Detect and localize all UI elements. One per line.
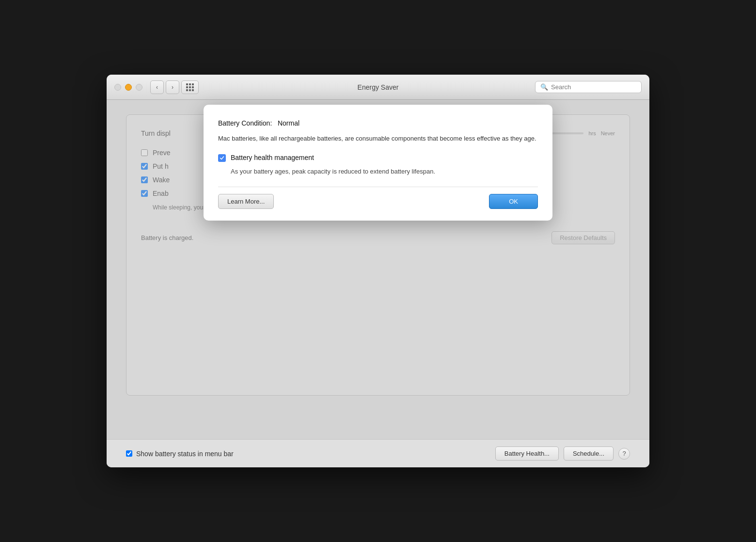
main-window: ‹ › Energy Saver 🔍 Turn displ <box>107 75 649 467</box>
show-battery-checkbox[interactable] <box>126 450 132 457</box>
learn-more-button[interactable]: Learn More... <box>218 194 274 209</box>
battery-condition-value: Normal <box>278 119 299 127</box>
apps-grid-icon <box>186 83 194 91</box>
restore-defaults-button[interactable]: Restore Defaults <box>551 231 615 244</box>
put-hard-checkbox[interactable] <box>141 163 148 170</box>
apps-grid-button[interactable] <box>181 80 199 94</box>
minimize-button[interactable] <box>125 84 132 91</box>
modal-footer: Learn More... OK <box>218 187 538 209</box>
nav-buttons: ‹ › <box>150 80 179 94</box>
battery-status-text: Battery is charged. <box>141 234 193 241</box>
prevent-checkbox[interactable] <box>141 149 148 156</box>
bottom-buttons: Battery Health... Schedule... ? <box>495 446 630 461</box>
slider-label-never: Never <box>601 130 615 136</box>
show-battery-row: Show battery status in menu bar <box>126 450 234 458</box>
maximize-button[interactable] <box>136 84 142 91</box>
battery-condition-line: Battery Condition: Normal <box>218 119 538 127</box>
health-management-checkbox[interactable] <box>218 154 226 162</box>
back-button[interactable]: ‹ <box>150 80 164 94</box>
schedule-button[interactable]: Schedule... <box>564 446 614 461</box>
forward-button[interactable]: › <box>166 80 179 94</box>
status-section: Battery is charged. Restore Defaults <box>141 231 615 244</box>
battery-health-modal: Battery Condition: Normal Mac batteries,… <box>204 105 552 221</box>
help-button[interactable]: ? <box>618 448 630 460</box>
search-bar[interactable]: 🔍 <box>535 81 642 93</box>
enable-checkbox[interactable] <box>141 190 148 197</box>
show-battery-label: Show battery status in menu bar <box>136 450 234 458</box>
window-title: Energy Saver <box>358 83 399 91</box>
put-hard-label: Put h <box>153 162 169 170</box>
titlebar: ‹ › Energy Saver 🔍 <box>107 75 649 100</box>
ok-button[interactable]: OK <box>489 194 538 209</box>
health-management-label: Battery health management <box>231 154 314 161</box>
health-management-row: Battery health management <box>218 154 538 162</box>
search-input[interactable] <box>551 83 636 91</box>
traffic-lights <box>114 84 142 91</box>
modal-description: Mac batteries, like all rechargeable bat… <box>218 134 538 144</box>
battery-condition-label: Battery Condition: <box>218 119 272 127</box>
prevent-label: Preve <box>153 149 171 157</box>
wake-label: Wake <box>153 176 170 184</box>
slider-label-hrs: hrs <box>588 130 596 136</box>
search-icon: 🔍 <box>540 83 548 91</box>
close-button[interactable] <box>114 84 121 91</box>
main-content: Turn displ hrs Never Preve Put h <box>107 100 649 439</box>
bottom-bar: Show battery status in menu bar Battery … <box>107 439 649 467</box>
health-management-sub: As your battery ages, peak capacity is r… <box>231 167 538 177</box>
wake-checkbox[interactable] <box>141 176 148 183</box>
enable-label: Enab <box>153 190 169 197</box>
checkmark-icon <box>220 156 224 160</box>
battery-health-button[interactable]: Battery Health... <box>495 446 559 461</box>
